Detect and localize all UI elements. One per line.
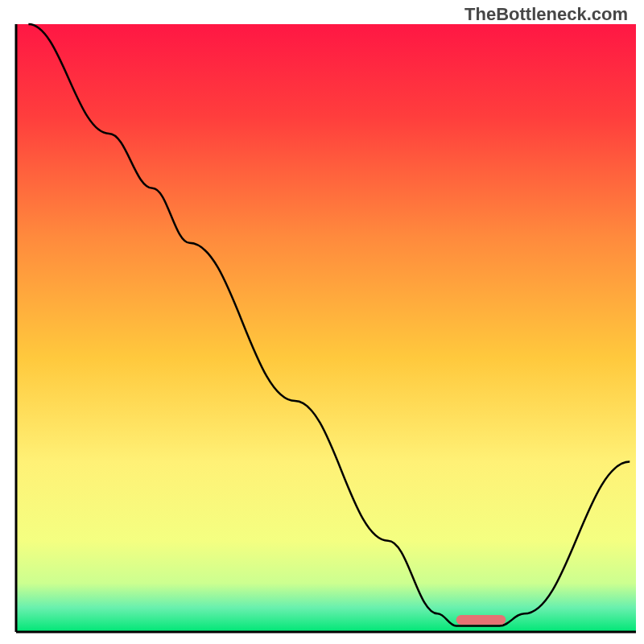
plot-background (16, 24, 636, 632)
chart-svg (0, 0, 644, 644)
watermark-text: TheBottleneck.com (464, 4, 628, 25)
bottleneck-chart: TheBottleneck.com (0, 0, 644, 644)
optimal-marker (456, 615, 506, 625)
